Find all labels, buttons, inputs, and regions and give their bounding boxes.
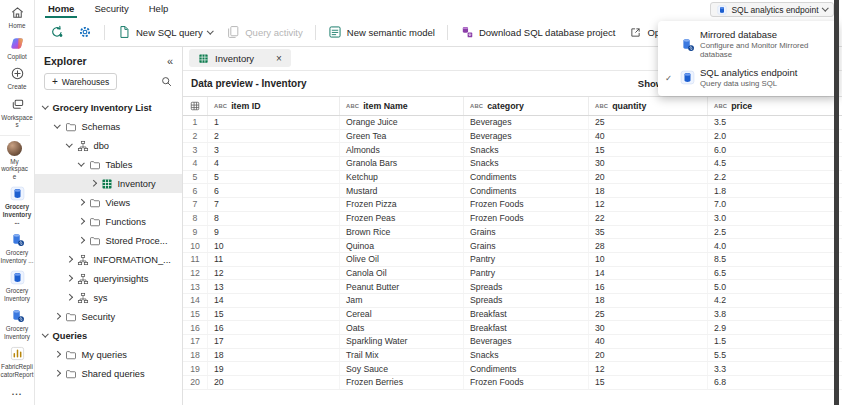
rail-item-grocery-inventory-mirrored[interactable]: Grocery Inventory ...: [0, 232, 35, 264]
table-row[interactable]: 1111Olive OilPantry108.5: [183, 253, 842, 267]
tree-item-label: queryinsights: [94, 274, 149, 284]
tree-item-functions[interactable]: Functions: [35, 212, 182, 231]
column-header-category[interactable]: ABCcategory: [464, 97, 589, 115]
table-row[interactable]: 11Orange JuiceBeverages253.5: [183, 116, 842, 130]
rail-item-workspaces[interactable]: Workspaces: [0, 97, 35, 129]
row-handle-column-header[interactable]: [183, 97, 208, 115]
table-row[interactable]: 77Frozen PizzaFrozen Foods127.0: [183, 198, 842, 212]
cell-item-id: 3: [208, 143, 340, 156]
table-row[interactable]: 1818Trail MixSnacks205.5: [183, 349, 842, 363]
cell-quantity: 12: [589, 198, 708, 211]
tab-inventory[interactable]: Inventory ×: [189, 49, 291, 67]
cell-price: 3.8: [708, 308, 842, 321]
table-row[interactable]: 88Frozen PeasFrozen Foods223.0: [183, 212, 842, 226]
cell-item-name: Soy Sauce: [340, 362, 464, 375]
rail-item-grocery-inventory-mirrored-2[interactable]: Grocery Inventory: [0, 308, 35, 340]
table-row[interactable]: 1919Soy SauceCondiments123.3: [183, 362, 842, 376]
table-row[interactable]: 33AlmondsSnacks156.0: [183, 143, 842, 157]
add-warehouses-button[interactable]: + Warehouses: [44, 73, 117, 90]
folder-icon: [89, 235, 101, 247]
endpoint-selector-button[interactable]: SQL analytics endpoint: [710, 2, 834, 17]
table-row[interactable]: 99Brown RiceGrains352.5: [183, 226, 842, 240]
column-header-item-id[interactable]: ABCitem ID: [208, 97, 340, 115]
tree-item-dbo[interactable]: dbo: [35, 136, 182, 155]
settings-button[interactable]: [73, 22, 97, 42]
toolbar-divider: [447, 25, 448, 40]
cell-item-name: Sparkling Water: [340, 335, 464, 348]
table-row[interactable]: 1414JamSpreads184.2: [183, 294, 842, 308]
tree-item-queries[interactable]: Queries: [35, 326, 182, 345]
row-number: 4: [183, 157, 208, 170]
cell-item-name: Peanut Butter: [340, 280, 464, 293]
cell-quantity: 15: [589, 143, 708, 156]
table-row[interactable]: 1717Sparkling WaterBeverages401.5: [183, 335, 842, 349]
tree-item-views[interactable]: Views: [35, 193, 182, 212]
mirrored-db-icon: [10, 232, 25, 247]
rail-item-copilot[interactable]: Copilot: [0, 36, 35, 61]
menu-tab-security[interactable]: Security: [91, 0, 131, 18]
cell-item-id: 12: [208, 267, 340, 280]
cell-category: Beverages: [464, 116, 589, 129]
table-row[interactable]: 1313Peanut ButterSpreads165.0: [183, 280, 842, 294]
rail-items: HomeCopilotCreateWorkspacesMy workspaceG…: [0, 5, 35, 384]
new-sql-query-button[interactable]: New SQL query: [112, 22, 217, 42]
window-scrollbar[interactable]: [834, 0, 839, 405]
rail-item-label: Grocery Inventory: [0, 325, 35, 340]
table-row[interactable]: 44Granola BarsSnacks304.5: [183, 157, 842, 171]
tree-item-label: Security: [82, 312, 116, 322]
tree-item-my-queries[interactable]: My queries: [35, 345, 182, 364]
row-number: 6: [183, 184, 208, 197]
cell-category: Pantry: [464, 253, 589, 266]
tree-item-grocery-inventory-list[interactable]: Grocery Inventory List: [35, 98, 182, 117]
new-semantic-model-button[interactable]: New semantic model: [323, 22, 440, 42]
rail-item-create[interactable]: Create: [0, 66, 35, 91]
table-row[interactable]: 1212Canola OilPantry146.5: [183, 267, 842, 281]
table-row[interactable]: 1515CerealBreakfast253.8: [183, 308, 842, 322]
rail-item-fabric-replicator-report[interactable]: FabricReplicatorReport: [0, 346, 35, 378]
app-rail: HomeCopilotCreateWorkspacesMy workspaceG…: [0, 0, 35, 405]
download-sql-project-button[interactable]: Download SQL database project: [455, 22, 620, 42]
tree-item-information[interactable]: INFORMATION_...: [35, 250, 182, 269]
table-row[interactable]: 22Green TeaBeverages402.0: [183, 130, 842, 144]
rail-item-label: Grocery Inventory ...: [0, 203, 35, 226]
column-header-price[interactable]: ABCprice: [708, 97, 842, 115]
table-row[interactable]: 55KetchupCondiments202.2: [183, 171, 842, 185]
row-number: 19: [183, 362, 208, 375]
rail-item-grocery-inventory-endpoint-2[interactable]: Grocery Inventory: [0, 270, 35, 302]
dropdown-item-sql-analytics-endpoint[interactable]: ✓SQL analytics endpointQuery data using …: [658, 63, 838, 92]
folder-icon: [65, 349, 77, 361]
table-row[interactable]: 2020Frozen BerriesFrozen Foods156.8: [183, 376, 842, 390]
rail-more-button[interactable]: ...: [12, 387, 23, 397]
table-row[interactable]: 66MustardCondiments181.8: [183, 184, 842, 198]
menu-tab-help[interactable]: Help: [146, 0, 172, 18]
cell-item-id: 11: [208, 253, 340, 266]
column-header-item-name[interactable]: ABCitem Name: [340, 97, 464, 115]
cell-category: Frozen Foods: [464, 198, 589, 211]
menu-tab-home[interactable]: Home: [45, 0, 77, 18]
rail-item-home[interactable]: Home: [0, 5, 35, 30]
warehouses-label: Warehouses: [62, 77, 109, 87]
rail-item-grocery-inventory-endpoint[interactable]: Grocery Inventory ...: [0, 186, 35, 226]
tree-item-schemas[interactable]: Schemas: [35, 117, 182, 136]
tree-item-queryinsights[interactable]: queryinsights: [35, 269, 182, 288]
row-number: 16: [183, 321, 208, 334]
tree-item-sys[interactable]: sys: [35, 288, 182, 307]
column-header-quantity[interactable]: ABCquantity: [589, 97, 708, 115]
dropdown-item-mirrored-database[interactable]: Mirrored databaseConfigure and Monitor M…: [658, 25, 838, 63]
tree-item-tables[interactable]: Tables: [35, 155, 182, 174]
refresh-button[interactable]: [45, 22, 69, 42]
tree-item-inventory[interactable]: Inventory: [35, 174, 182, 193]
tree-item-security[interactable]: Security: [35, 307, 182, 326]
close-icon[interactable]: ×: [276, 53, 282, 64]
cell-quantity: 12: [589, 362, 708, 375]
tree-item-shared-queries[interactable]: Shared queries: [35, 364, 182, 383]
table-row[interactable]: 1010QuinoaGrains284.0: [183, 239, 842, 253]
search-icon[interactable]: [160, 75, 173, 88]
chevron-down-icon: [78, 160, 84, 166]
collapse-explorer-icon[interactable]: «: [167, 55, 173, 67]
rail-item-my-workspace[interactable]: My workspace: [0, 135, 30, 181]
endpoint-dropdown-menu: Mirrored databaseConfigure and Monitor M…: [658, 21, 838, 96]
tree-item-stored-proce[interactable]: Stored Proce...: [35, 231, 182, 250]
table-row[interactable]: 1616OatsBreakfast302.9: [183, 321, 842, 335]
column-label: category: [487, 101, 524, 111]
